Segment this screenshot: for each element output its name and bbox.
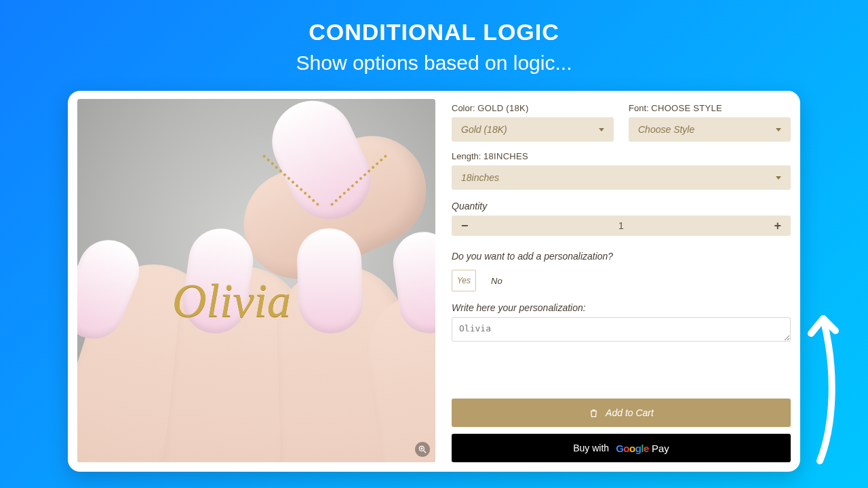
product-image: Olivia [77,99,435,462]
color-select[interactable]: Gold (18K) [452,117,614,142]
zoom-in-icon[interactable] [415,442,430,457]
chevron-down-icon [599,128,604,131]
shopping-bag-icon [589,408,599,418]
font-select-value: Choose Style [638,124,694,135]
color-select-value: Gold (18K) [461,124,507,135]
font-label: Font: CHOOSE STYLE [629,103,791,113]
personalization-yes-button[interactable]: Yes [452,270,476,291]
personalization-input[interactable] [452,317,791,342]
buy-with-label: Buy with [573,443,609,453]
buy-with-gpay-button[interactable]: Buy with Google Pay [452,434,791,462]
personalization-write-label: Write here your personalization: [452,302,791,313]
necklace-script-text: Olivia [172,274,291,328]
add-to-cart-button[interactable]: Add to Cart [452,399,791,427]
chevron-down-icon [776,176,781,180]
quantity-label: Quantity [452,201,791,211]
length-label: Length: 18INCHES [452,151,791,161]
product-options-form: Color: GOLD (18K) Gold (18K) Font: CHOOS… [452,99,791,462]
callout-arrow-icon [796,291,844,468]
personalization-question: Do you want to add a personalization? [452,251,791,262]
hand-illustration: Olivia [77,99,435,462]
quantity-value: 1 [618,220,624,231]
add-to-cart-label: Add to Cart [606,407,654,418]
color-label: Color: GOLD (18K) [452,103,614,113]
quantity-increase-button[interactable]: + [774,219,781,233]
length-select[interactable]: 18inches [452,165,791,190]
font-select[interactable]: Choose Style [629,117,791,142]
chevron-down-icon [776,128,781,131]
personalization-no-button[interactable]: No [491,276,502,286]
quantity-stepper: − 1 + [452,216,791,236]
page-subtitle: Show options based on logic... [0,52,868,75]
svg-line-1 [424,451,427,453]
google-pay-logo: Google Pay [616,443,669,454]
product-card: Olivia Color: GOLD (18K) Gold (18K) [68,91,800,472]
quantity-decrease-button[interactable]: − [461,219,469,233]
page-title: CONDITIONAL LOGIC [0,19,868,45]
length-select-value: 18inches [461,172,499,183]
